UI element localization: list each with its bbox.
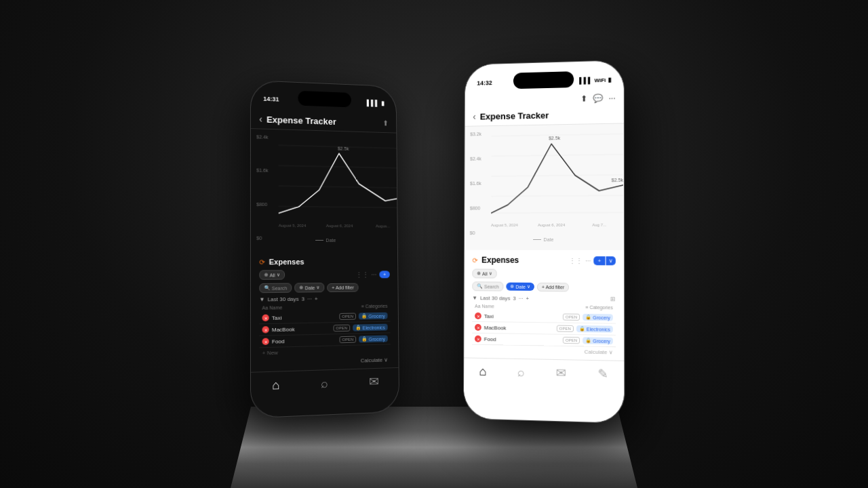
filter-row-2-light: 🔍Search ⊕Date∨ + Add filter — [472, 281, 616, 292]
nav-search-light[interactable]: ⌕ — [517, 365, 525, 379]
search-chip-light[interactable]: 🔍Search — [472, 281, 503, 291]
table-header-dark: Aa Name ≡ Categories — [259, 304, 390, 310]
filter-row-2-dark: 🔍Search ⊕Date∨ + Add filter — [259, 282, 390, 293]
expenses-header-dark: ⟳ Expenses — [259, 258, 389, 266]
row-name: Food — [272, 337, 337, 344]
svg-text:$2.5k: $2.5k — [612, 178, 623, 182]
nav-edit-light[interactable]: ✎ — [597, 366, 608, 382]
dark-phone-screen: 14:31 ▌▌▌ ▮ ‹ Expense Tracker ⬆ $2.4k $1… — [251, 81, 399, 418]
add-btn-dark[interactable]: + — [379, 270, 390, 278]
search-chip-dark[interactable]: 🔍Search — [259, 283, 292, 293]
category-badge: 🔒Electronics — [353, 324, 388, 331]
phone-light: 14:32 ▌▌▌ WiFi ▮ ⬆ 💬 ··· ‹ Expense Track… — [463, 60, 625, 424]
row-icon: ✕ — [262, 314, 269, 321]
date-filter-light[interactable]: ⊕Date∨ — [507, 283, 534, 291]
all-filter-light[interactable]: ⊕All∨ — [472, 269, 496, 279]
svg-text:August 5, 2024: August 5, 2024 — [491, 223, 518, 227]
open-badge: OPEN — [557, 325, 574, 332]
nav-inbox-dark[interactable]: ✉ — [369, 374, 379, 390]
app-header-light: ‹ Expense Tracker — [465, 105, 624, 126]
battery-light: ▮ — [608, 77, 611, 83]
table-icon-light: ⊞ — [610, 296, 616, 302]
phone-dark: 14:31 ▌▌▌ ▮ ‹ Expense Tracker ⬆ $2.4k $1… — [250, 80, 399, 418]
filter-row-1-dark: ⊕All∨ ⋮⋮ ··· + — [259, 269, 390, 279]
row-icon: ✕ — [475, 312, 481, 319]
expenses-section-light: ⟳ Expenses ⋮⋮ ··· + ∨ ⊕All∨ — [464, 250, 624, 361]
chart-legend-dark: Date — [259, 238, 389, 243]
back-arrow-dark[interactable]: ‹ — [259, 113, 262, 124]
all-filter-dark[interactable]: ⊕All∨ — [259, 270, 285, 279]
nav-home-dark[interactable]: ⌂ — [272, 378, 279, 392]
chart-svg-dark: $2.5k August 5, 2024 August 6, 2024 Augu… — [279, 138, 399, 234]
time-light: 14:32 — [477, 79, 492, 86]
nav-inbox-light[interactable]: ✉ — [556, 365, 566, 381]
svg-text:August 6, 2024: August 6, 2024 — [538, 223, 566, 227]
calculate-light[interactable]: Calculate ∨ — [472, 345, 616, 358]
chart-dark: $2.4k $1.6k $800 $0 $2.5k August — [251, 129, 397, 252]
expenses-sync-icon: ⟳ — [259, 258, 264, 266]
signal-dark: ▌▌▌ — [367, 100, 379, 106]
row-icon: ✕ — [475, 324, 481, 331]
bottom-nav-dark: ⌂ ⌕ ✉ — [251, 367, 399, 408]
svg-text:August 6, 2024: August 6, 2024 — [326, 224, 353, 228]
add-btn-light[interactable]: + — [594, 256, 606, 265]
back-arrow-light[interactable]: ‹ — [473, 111, 476, 122]
share-icon-dark[interactable]: ⬆ — [382, 119, 389, 127]
category-badge: 🔒Grocery — [583, 337, 613, 344]
svg-line-10 — [491, 175, 623, 176]
date-filter-dark[interactable]: ⊕Date∨ — [294, 283, 324, 293]
svg-line-11 — [491, 195, 623, 196]
grid-icon-light[interactable]: ⋮⋮ — [569, 257, 583, 264]
nav-search-dark[interactable]: ⌕ — [321, 376, 328, 391]
svg-line-12 — [491, 213, 623, 214]
signal-light: ▌▌▌ — [579, 77, 592, 83]
open-badge: OPEN — [339, 313, 356, 320]
svg-line-1 — [279, 165, 399, 168]
open-badge: OPEN — [563, 337, 580, 344]
row-name: MacBook — [272, 325, 330, 333]
header-title-light: Expense Tracker — [480, 108, 616, 121]
svg-line-9 — [491, 155, 623, 157]
row-icon: ✕ — [262, 338, 269, 346]
more2-icon-light[interactable]: ··· — [585, 257, 591, 264]
category-badge: 🔒Electronics — [576, 325, 613, 333]
chat-icon-light[interactable]: 💬 — [593, 94, 603, 103]
battery-dark: ▮ — [381, 100, 384, 106]
category-badge: 🔒Grocery — [359, 336, 388, 343]
status-icons-light: ▌▌▌ WiFi ▮ — [579, 77, 611, 84]
y-labels-dark: $2.4k $1.6k $800 $0 — [256, 134, 269, 241]
svg-text:Augus...: Augus... — [376, 224, 390, 228]
dynamic-island-light — [513, 71, 574, 89]
group-header-light: ▼ Last 30 days 3 ··· + ⊞ — [472, 294, 616, 302]
row-name: Taxi — [272, 314, 337, 321]
open-badge: OPEN — [333, 325, 350, 332]
svg-text:$2.5k: $2.5k — [549, 136, 561, 140]
phones-container: 14:31 ▌▌▌ ▮ ‹ Expense Tracker ⬆ $2.4k $1… — [237, 34, 631, 454]
more-icon-dark[interactable]: ··· — [371, 270, 376, 278]
add-filter-dark[interactable]: + Add filter — [327, 283, 359, 291]
nav-home-light[interactable]: ⌂ — [479, 364, 487, 378]
more-icon-light[interactable]: ··· — [609, 94, 616, 103]
group-header-dark: ▼ Last 30 days 3 ··· + — [259, 295, 390, 303]
table-header-light: Aa Name ≡ Categories — [472, 304, 616, 310]
open-badge: OPEN — [340, 336, 357, 344]
light-phone-screen: 14:32 ▌▌▌ WiFi ▮ ⬆ 💬 ··· ‹ Expense Track… — [464, 60, 624, 423]
time-dark: 14:31 — [263, 96, 279, 103]
y-labels-light: $3.2k $2.4k $1.6k $800 $0 — [470, 131, 481, 235]
expenses-header-light: ⟳ Expenses ⋮⋮ ··· + ∨ — [472, 256, 615, 266]
dots-icon-dark[interactable]: ⋮⋮ — [355, 270, 369, 278]
svg-text:Aug 7...: Aug 7... — [592, 223, 606, 227]
expenses-title-light: Expenses — [481, 256, 519, 265]
row-icon: ✕ — [475, 336, 481, 342]
category-badge: 🔒Grocery — [359, 312, 388, 320]
row-name: Taxi — [484, 313, 560, 320]
chart-light: $3.2k $2.4k $1.6k $800 $0 $2.5k — [465, 123, 624, 250]
expenses-sync-icon-light: ⟳ — [472, 256, 477, 264]
filter-row-1-light: ⊕All∨ — [472, 269, 615, 279]
category-badge: 🔒Grocery — [583, 314, 613, 321]
share-icon-light[interactable]: ⬆ — [580, 94, 587, 104]
add-filter-light[interactable]: + Add filter — [537, 283, 569, 291]
chart-legend-light: Date — [473, 237, 616, 242]
row-name: Food — [484, 336, 560, 344]
add-dropdown-light[interactable]: ∨ — [606, 256, 616, 265]
